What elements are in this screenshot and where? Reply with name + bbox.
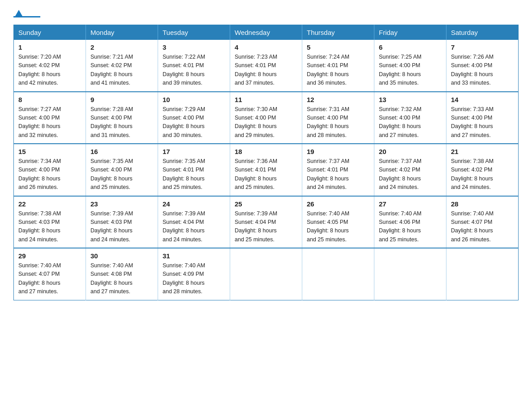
calendar-cell: 27 Sunrise: 7:40 AMSunset: 4:06 PMDaylig… xyxy=(374,196,446,248)
day-info: Sunrise: 7:31 AMSunset: 4:00 PMDaylight:… xyxy=(307,105,369,140)
calendar-cell: 31 Sunrise: 7:40 AMSunset: 4:09 PMDaylig… xyxy=(158,248,230,300)
calendar-cell: 5 Sunrise: 7:24 AMSunset: 4:01 PMDayligh… xyxy=(302,40,374,92)
day-number: 15 xyxy=(18,148,81,155)
calendar-cell: 23 Sunrise: 7:39 AMSunset: 4:03 PMDaylig… xyxy=(86,196,158,248)
day-info: Sunrise: 7:39 AMSunset: 4:03 PMDaylight:… xyxy=(90,210,153,244)
day-number: 29 xyxy=(18,252,81,260)
day-number: 18 xyxy=(235,148,297,155)
calendar-cell: 8 Sunrise: 7:27 AMSunset: 4:00 PMDayligh… xyxy=(14,92,86,144)
day-info: Sunrise: 7:36 AMSunset: 4:01 PMDaylight:… xyxy=(235,157,297,192)
header-sunday: Sunday xyxy=(14,25,86,40)
day-info: Sunrise: 7:22 AMSunset: 4:01 PMDaylight:… xyxy=(163,53,225,88)
header-thursday: Thursday xyxy=(302,25,374,40)
day-number: 5 xyxy=(307,43,369,51)
day-number: 26 xyxy=(307,200,369,208)
day-number: 2 xyxy=(90,43,153,51)
day-number: 7 xyxy=(451,43,514,51)
calendar-cell: 19 Sunrise: 7:37 AMSunset: 4:01 PMDaylig… xyxy=(302,144,374,196)
day-info: Sunrise: 7:32 AMSunset: 4:00 PMDaylight:… xyxy=(379,105,442,140)
day-info: Sunrise: 7:21 AMSunset: 4:02 PMDaylight:… xyxy=(90,53,153,88)
day-info: Sunrise: 7:30 AMSunset: 4:00 PMDaylight:… xyxy=(235,105,297,140)
day-number: 9 xyxy=(90,96,153,103)
day-number: 28 xyxy=(451,200,514,208)
day-info: Sunrise: 7:40 AMSunset: 4:08 PMDaylight:… xyxy=(90,261,153,296)
calendar-cell: 29 Sunrise: 7:40 AMSunset: 4:07 PMDaylig… xyxy=(14,248,86,300)
day-info: Sunrise: 7:37 AMSunset: 4:02 PMDaylight:… xyxy=(379,157,442,192)
day-number: 4 xyxy=(235,43,297,51)
calendar-week-row: 8 Sunrise: 7:27 AMSunset: 4:00 PMDayligh… xyxy=(14,92,519,144)
day-info: Sunrise: 7:25 AMSunset: 4:00 PMDaylight:… xyxy=(379,53,442,88)
calendar-cell xyxy=(230,248,302,300)
day-number: 20 xyxy=(379,148,442,155)
calendar-cell: 14 Sunrise: 7:33 AMSunset: 4:00 PMDaylig… xyxy=(446,92,519,144)
day-info: Sunrise: 7:26 AMSunset: 4:00 PMDaylight:… xyxy=(451,53,514,88)
header-tuesday: Tuesday xyxy=(158,25,230,40)
calendar-cell: 24 Sunrise: 7:39 AMSunset: 4:04 PMDaylig… xyxy=(158,196,230,248)
calendar-week-row: 22 Sunrise: 7:38 AMSunset: 4:03 PMDaylig… xyxy=(14,196,519,248)
day-info: Sunrise: 7:40 AMSunset: 4:05 PMDaylight:… xyxy=(307,210,369,244)
calendar-cell: 11 Sunrise: 7:30 AMSunset: 4:00 PMDaylig… xyxy=(230,92,302,144)
calendar-cell: 1 Sunrise: 7:20 AMSunset: 4:02 PMDayligh… xyxy=(14,40,86,92)
calendar-cell: 12 Sunrise: 7:31 AMSunset: 4:00 PMDaylig… xyxy=(302,92,374,144)
day-info: Sunrise: 7:20 AMSunset: 4:02 PMDaylight:… xyxy=(18,53,81,88)
calendar-cell: 10 Sunrise: 7:29 AMSunset: 4:00 PMDaylig… xyxy=(158,92,230,144)
day-number: 27 xyxy=(379,200,442,208)
calendar-cell xyxy=(374,248,446,300)
header-monday: Monday xyxy=(86,25,158,40)
calendar-header-row: SundayMondayTuesdayWednesdayThursdayFrid… xyxy=(14,25,519,40)
day-number: 19 xyxy=(307,148,369,155)
calendar-cell: 2 Sunrise: 7:21 AMSunset: 4:02 PMDayligh… xyxy=(86,40,158,92)
day-info: Sunrise: 7:39 AMSunset: 4:04 PMDaylight:… xyxy=(163,210,225,244)
day-number: 13 xyxy=(379,96,442,103)
day-info: Sunrise: 7:29 AMSunset: 4:00 PMDaylight:… xyxy=(163,105,225,140)
day-number: 21 xyxy=(451,148,514,155)
day-info: Sunrise: 7:23 AMSunset: 4:01 PMDaylight:… xyxy=(235,53,297,88)
day-number: 6 xyxy=(379,43,442,51)
header-friday: Friday xyxy=(374,25,446,40)
header-wednesday: Wednesday xyxy=(230,25,302,40)
day-number: 16 xyxy=(90,148,153,155)
header-saturday: Saturday xyxy=(446,25,519,40)
logo-underline xyxy=(13,16,40,17)
calendar-cell: 30 Sunrise: 7:40 AMSunset: 4:08 PMDaylig… xyxy=(86,248,158,300)
logo xyxy=(13,9,43,17)
day-info: Sunrise: 7:40 AMSunset: 4:07 PMDaylight:… xyxy=(451,210,514,244)
calendar-cell: 18 Sunrise: 7:36 AMSunset: 4:01 PMDaylig… xyxy=(230,144,302,196)
calendar-week-row: 1 Sunrise: 7:20 AMSunset: 4:02 PMDayligh… xyxy=(14,40,519,92)
day-number: 11 xyxy=(235,96,297,103)
day-info: Sunrise: 7:40 AMSunset: 4:07 PMDaylight:… xyxy=(18,261,81,296)
day-number: 31 xyxy=(163,252,225,260)
day-info: Sunrise: 7:27 AMSunset: 4:00 PMDaylight:… xyxy=(18,105,81,140)
calendar-cell xyxy=(446,248,519,300)
day-number: 12 xyxy=(307,96,369,103)
day-number: 17 xyxy=(163,148,225,155)
day-number: 14 xyxy=(451,96,514,103)
calendar-cell: 16 Sunrise: 7:35 AMSunset: 4:00 PMDaylig… xyxy=(86,144,158,196)
day-info: Sunrise: 7:38 AMSunset: 4:02 PMDaylight:… xyxy=(451,157,514,192)
calendar-cell: 17 Sunrise: 7:35 AMSunset: 4:01 PMDaylig… xyxy=(158,144,230,196)
calendar-cell: 6 Sunrise: 7:25 AMSunset: 4:00 PMDayligh… xyxy=(374,40,446,92)
day-number: 10 xyxy=(163,96,225,103)
day-number: 23 xyxy=(90,200,153,208)
day-number: 1 xyxy=(18,43,81,51)
calendar-cell: 28 Sunrise: 7:40 AMSunset: 4:07 PMDaylig… xyxy=(446,196,519,248)
day-info: Sunrise: 7:33 AMSunset: 4:00 PMDaylight:… xyxy=(451,105,514,140)
calendar-week-row: 29 Sunrise: 7:40 AMSunset: 4:07 PMDaylig… xyxy=(14,248,519,300)
day-info: Sunrise: 7:24 AMSunset: 4:01 PMDaylight:… xyxy=(307,53,369,88)
calendar-cell: 25 Sunrise: 7:39 AMSunset: 4:04 PMDaylig… xyxy=(230,196,302,248)
day-info: Sunrise: 7:40 AMSunset: 4:09 PMDaylight:… xyxy=(163,261,225,296)
calendar-table: SundayMondayTuesdayWednesdayThursdayFrid… xyxy=(13,25,519,300)
day-number: 25 xyxy=(235,200,297,208)
calendar-cell: 22 Sunrise: 7:38 AMSunset: 4:03 PMDaylig… xyxy=(14,196,86,248)
calendar-cell: 26 Sunrise: 7:40 AMSunset: 4:05 PMDaylig… xyxy=(302,196,374,248)
day-info: Sunrise: 7:37 AMSunset: 4:01 PMDaylight:… xyxy=(307,157,369,192)
day-info: Sunrise: 7:35 AMSunset: 4:01 PMDaylight:… xyxy=(163,157,225,192)
calendar-cell xyxy=(302,248,374,300)
calendar-cell: 15 Sunrise: 7:34 AMSunset: 4:00 PMDaylig… xyxy=(14,144,86,196)
day-number: 24 xyxy=(163,200,225,208)
calendar-cell: 21 Sunrise: 7:38 AMSunset: 4:02 PMDaylig… xyxy=(446,144,519,196)
day-info: Sunrise: 7:34 AMSunset: 4:00 PMDaylight:… xyxy=(18,157,81,192)
day-info: Sunrise: 7:38 AMSunset: 4:03 PMDaylight:… xyxy=(18,210,81,244)
day-info: Sunrise: 7:39 AMSunset: 4:04 PMDaylight:… xyxy=(235,210,297,244)
calendar-cell: 9 Sunrise: 7:28 AMSunset: 4:00 PMDayligh… xyxy=(86,92,158,144)
